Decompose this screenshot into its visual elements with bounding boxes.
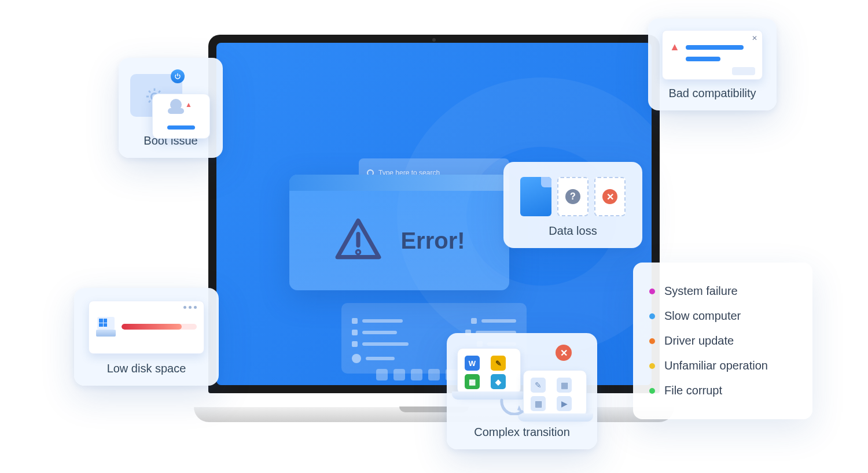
transfer-arrow-icon bbox=[499, 398, 528, 415]
warning-triangle-icon bbox=[333, 216, 383, 265]
file-ok-icon bbox=[520, 177, 551, 216]
issues-legend: System failure Slow computer Driver upda… bbox=[633, 263, 812, 419]
legend-label: Unfamiliar operation bbox=[664, 359, 768, 372]
file-error-icon: ✕ bbox=[594, 177, 626, 216]
card-boot-issue: ▲ Boot issue bbox=[119, 58, 223, 158]
legend-dot-icon bbox=[649, 363, 655, 369]
warning-icon: ▲ bbox=[670, 41, 680, 53]
card-low-disk-space: Low disk space bbox=[74, 288, 219, 386]
svg-point-1 bbox=[358, 251, 359, 253]
card-caption: Data loss bbox=[503, 224, 642, 248]
promo-illustration: Type here to search bbox=[0, 0, 868, 473]
legend-label: File corrupt bbox=[664, 384, 722, 397]
legend-label: Driver update bbox=[664, 334, 734, 348]
legend-item: Unfamiliar operation bbox=[649, 353, 796, 378]
source-laptop-icon: W ✎ ▦ ◆ bbox=[457, 348, 521, 394]
card-caption: Bad compatibility bbox=[648, 87, 777, 110]
warning-icon: ▲ bbox=[185, 101, 192, 109]
taskbar-icon bbox=[411, 369, 422, 380]
legend-item: System failure bbox=[649, 279, 796, 304]
laptop-base bbox=[194, 407, 674, 422]
legend-dot-icon bbox=[649, 313, 655, 319]
power-icon bbox=[171, 69, 185, 83]
legend-item: File corrupt bbox=[649, 378, 796, 403]
legend-item: Slow computer bbox=[649, 304, 796, 328]
windows-logo-icon bbox=[99, 319, 107, 327]
card-caption: Low disk space bbox=[74, 362, 219, 386]
taskbar-icon bbox=[428, 369, 440, 380]
start-icon bbox=[376, 369, 388, 380]
taskbar-icon bbox=[393, 369, 405, 380]
legend-label: System failure bbox=[664, 284, 738, 298]
file-missing-icon: ? bbox=[557, 177, 589, 216]
card-complex-transition: W ✎ ▦ ◆ ✕ ✎▦▦▶ Complex transition bbox=[447, 333, 597, 449]
error-badge-icon: ✕ bbox=[556, 345, 572, 361]
dialog-button-placeholder bbox=[732, 67, 755, 75]
disk-drive-icon bbox=[96, 317, 116, 337]
legend-dot-icon bbox=[649, 289, 655, 294]
legend-dot-icon bbox=[649, 338, 655, 344]
legend-dot-icon bbox=[649, 388, 655, 394]
user-avatar-icon bbox=[170, 99, 182, 110]
card-caption: Complex transition bbox=[447, 426, 597, 449]
close-icon: ✕ bbox=[752, 34, 757, 42]
legend-item: Driver update bbox=[649, 328, 796, 353]
target-laptop-icon: ✎▦▦▶ bbox=[523, 370, 587, 416]
card-bad-compatibility: ✕ ▲ Bad compatibility bbox=[648, 19, 777, 110]
legend-label: Slow computer bbox=[664, 309, 741, 323]
error-dialog: Error! bbox=[289, 175, 509, 290]
disk-usage-bar bbox=[122, 324, 197, 330]
error-title: Error! bbox=[400, 228, 465, 254]
card-data-loss: ? ✕ Data loss bbox=[503, 162, 642, 248]
